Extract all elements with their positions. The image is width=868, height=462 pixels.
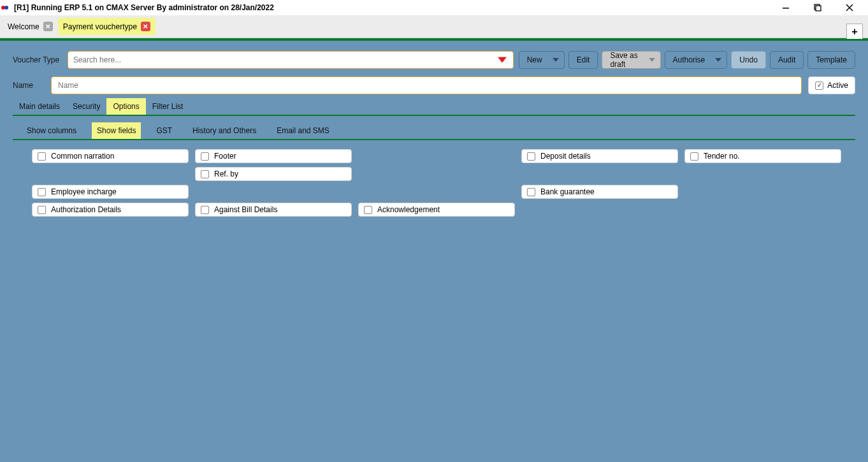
active-checkbox-container[interactable]: Active (808, 76, 855, 94)
undo-button[interactable]: Undo (731, 51, 766, 69)
authorise-button[interactable]: Authorise (665, 51, 728, 69)
close-icon[interactable]: ✕ (43, 22, 53, 31)
field-label: Deposit details (540, 152, 591, 161)
button-label: Authorise (673, 55, 705, 64)
checkbox-icon[interactable] (690, 152, 698, 161)
close-icon[interactable]: ✕ (141, 22, 150, 31)
field-label: Against Bill Details (214, 205, 277, 214)
window-title: [R1] Running ERP 5.1 on CMAX Server By a… (14, 3, 776, 12)
tab-label: Welcome (8, 22, 40, 31)
button-label: Save as draft (610, 51, 638, 69)
field-tender-no[interactable]: Tender no. (684, 149, 841, 163)
options-subtabs: Show columns Show fields GST History and… (13, 122, 855, 140)
dropdown-icon[interactable] (498, 57, 507, 63)
chevron-down-icon (715, 58, 721, 62)
empty-cell (684, 203, 841, 217)
svg-rect-4 (816, 6, 821, 11)
action-buttons: New Edit Save as draft Authorise Undo Au… (519, 51, 855, 69)
field-label: Bank guarantee (540, 187, 595, 196)
field-ref-by[interactable]: Ref. by (195, 167, 352, 181)
field-footer[interactable]: Footer (195, 149, 352, 163)
main-subtabs: Main details Security Options Filter Lis… (13, 98, 855, 116)
button-label: Template (816, 55, 847, 64)
tab-security[interactable]: Security (66, 98, 106, 115)
checkbox-icon[interactable] (201, 152, 209, 161)
svg-rect-2 (783, 8, 789, 9)
field-label: Authorization Details (51, 205, 121, 214)
checkbox-icon[interactable] (201, 170, 209, 178)
minimize-button[interactable] (776, 1, 795, 15)
chevron-down-icon (553, 58, 559, 62)
close-button[interactable] (840, 1, 859, 15)
show-fields-grid: Common narration Footer Deposit details … (32, 149, 855, 217)
name-label: Name (13, 81, 51, 90)
checkbox-icon[interactable] (38, 188, 46, 196)
field-bank-guarantee[interactable]: Bank guarantee (521, 185, 678, 199)
document-tabbar: Welcome ✕ Payment vouchertype ✕ + (0, 15, 868, 38)
button-label: New (527, 55, 542, 64)
field-employee-incharge[interactable]: Employee incharge (32, 185, 189, 199)
tab-payment-vouchertype[interactable]: Payment vouchertype ✕ (58, 18, 156, 35)
button-label: Audit (778, 55, 795, 64)
empty-cell (32, 167, 189, 181)
empty-cell (358, 185, 515, 199)
empty-cell (684, 185, 841, 199)
save-draft-button[interactable]: Save as draft (602, 51, 660, 69)
button-label: Undo (739, 55, 758, 64)
tab-show-columns[interactable]: Show columns (22, 122, 82, 139)
tab-filter-list[interactable]: Filter List (146, 98, 190, 115)
field-acknowledgement[interactable]: Acknowledgement (358, 203, 515, 217)
checkbox-icon[interactable] (815, 82, 823, 90)
tab-welcome[interactable]: Welcome ✕ (3, 18, 58, 35)
audit-button[interactable]: Audit (770, 51, 804, 69)
checkbox-icon[interactable] (527, 152, 535, 161)
name-input[interactable] (51, 76, 802, 94)
empty-cell (195, 185, 352, 199)
field-authorization-details[interactable]: Authorization Details (32, 203, 189, 217)
button-label: Edit (577, 55, 590, 64)
checkbox-icon[interactable] (38, 152, 46, 161)
window-titlebar: [R1] Running ERP 5.1 on CMAX Server By a… (0, 0, 868, 15)
field-label: Tender no. (704, 152, 740, 161)
empty-cell (521, 203, 678, 217)
edit-button[interactable]: Edit (568, 51, 598, 69)
field-label: Acknowledgement (377, 205, 440, 214)
workspace: Voucher Type New Edit Save as draft Auth… (0, 41, 868, 462)
app-logo-icon (1, 3, 10, 12)
voucher-type-label: Voucher Type (13, 55, 68, 64)
tab-main-details[interactable]: Main details (13, 98, 66, 115)
voucher-type-search[interactable] (68, 51, 514, 69)
checkbox-icon[interactable] (201, 206, 209, 214)
svg-point-1 (4, 6, 8, 10)
empty-cell (521, 167, 678, 181)
new-button[interactable]: New (519, 51, 565, 69)
tab-options[interactable]: Options (106, 98, 145, 115)
tab-history[interactable]: History and Others (187, 122, 261, 139)
window-controls (776, 1, 867, 15)
field-against-bill[interactable]: Against Bill Details (195, 203, 352, 217)
field-common-narration[interactable]: Common narration (32, 149, 189, 163)
new-tab-button[interactable]: + (846, 24, 863, 39)
field-label: Ref. by (214, 170, 238, 178)
name-row: Name Active (13, 76, 855, 94)
checkbox-icon[interactable] (38, 206, 46, 214)
empty-cell (684, 167, 841, 181)
field-label: Footer (214, 152, 236, 161)
maximize-button[interactable] (808, 1, 827, 15)
checkbox-icon[interactable] (527, 188, 535, 196)
template-button[interactable]: Template (807, 51, 855, 69)
search-input[interactable] (73, 55, 508, 64)
empty-cell (358, 167, 515, 181)
voucher-type-row: Voucher Type New Edit Save as draft Auth… (13, 51, 855, 69)
tab-email-sms[interactable]: Email and SMS (271, 122, 335, 139)
chevron-down-icon (649, 58, 655, 62)
field-deposit-details[interactable]: Deposit details (521, 149, 678, 163)
empty-cell (358, 149, 515, 163)
field-label: Common narration (51, 152, 114, 161)
tab-gst[interactable]: GST (151, 122, 177, 139)
active-label: Active (827, 81, 848, 90)
checkbox-icon[interactable] (364, 206, 372, 214)
tab-show-fields[interactable]: Show fields (92, 122, 141, 139)
field-label: Employee incharge (51, 187, 117, 196)
tab-label: Payment vouchertype (63, 22, 137, 31)
